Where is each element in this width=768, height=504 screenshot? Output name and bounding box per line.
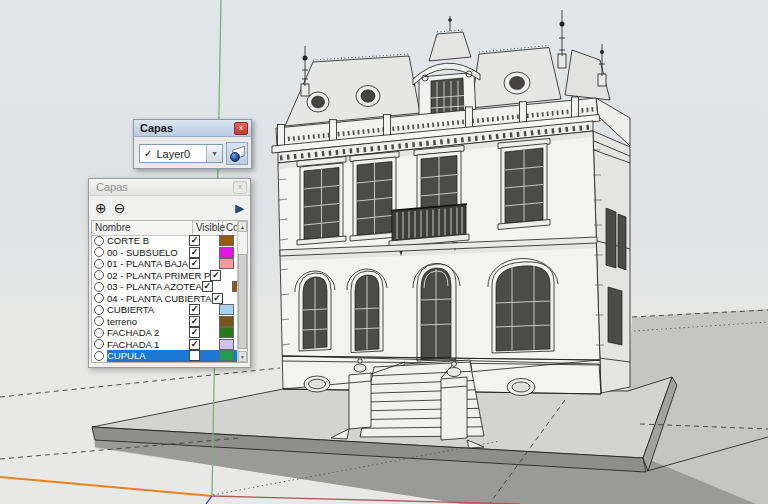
blue-axis bbox=[206, 496, 212, 504]
layer-row[interactable]: FACHADA 2 ✓ bbox=[92, 327, 237, 339]
layer-name: CUBIERTA bbox=[107, 304, 189, 315]
layer-color-swatch[interactable] bbox=[219, 304, 234, 315]
scroll-up-icon[interactable]: ▲ bbox=[238, 221, 247, 232]
layer-name: CUPULA bbox=[107, 350, 189, 361]
layer-color-swatch[interactable] bbox=[219, 316, 234, 327]
close-icon[interactable]: x bbox=[234, 122, 248, 135]
layer-name: FACHADA 2 bbox=[107, 327, 189, 338]
layer-row[interactable]: terreno ✓ bbox=[92, 316, 237, 328]
layer-row[interactable]: 01 - PLANTA BAJA ✓ bbox=[92, 258, 237, 270]
layer-visible-checkbox[interactable]: ✓ bbox=[189, 247, 200, 258]
layer-visible-checkbox[interactable]: ✓ bbox=[212, 293, 223, 304]
layer-color-swatch[interactable] bbox=[219, 235, 234, 246]
current-layer-combobox[interactable]: ✓ Layer0 ▾ bbox=[139, 144, 223, 163]
capas-toolbar-window: Capas x ✓ Layer0 ▾ bbox=[133, 119, 252, 169]
layer-row[interactable]: 03 - PLANTA AZOTEA ✓ bbox=[92, 281, 237, 293]
layer-radio[interactable] bbox=[94, 282, 104, 292]
layer-radio[interactable] bbox=[94, 339, 104, 349]
layer-visible-checkbox[interactable]: ✓ bbox=[210, 270, 221, 281]
layer-name: CORTE B bbox=[107, 235, 189, 246]
layer-color-swatch[interactable] bbox=[219, 350, 234, 361]
layer-radio[interactable] bbox=[94, 259, 104, 269]
layer-manager-button[interactable] bbox=[226, 142, 248, 165]
layer-color-swatch[interactable] bbox=[219, 327, 234, 338]
layer-visible-checkbox[interactable]: ✓ bbox=[189, 235, 200, 246]
layer-row[interactable]: FACHADA 1 ✓ bbox=[92, 339, 237, 351]
capas-toolbar-title: Capas bbox=[140, 122, 173, 134]
sketchup-window: Capas x ✓ Layer0 ▾ Capas x ⊕ ⊖ ▶ bbox=[0, 0, 768, 504]
layer-visible-checkbox[interactable]: ✓ bbox=[189, 327, 200, 338]
layer-radio[interactable] bbox=[94, 247, 104, 257]
close-icon[interactable]: x bbox=[233, 181, 247, 194]
layer-name: terreno bbox=[107, 316, 189, 327]
layer-list: CORTE B ✓ 00 - SUBSUELO ✓ 01 - PLANTA BA… bbox=[92, 235, 237, 362]
orange-axis bbox=[0, 477, 212, 496]
current-layer-value: Layer0 bbox=[156, 148, 206, 160]
layers-dialog-title: Capas bbox=[96, 181, 128, 193]
layer-name: FACHADA 1 bbox=[107, 339, 189, 350]
layer-visible-checkbox[interactable]: ✓ bbox=[189, 339, 200, 350]
layer-radio[interactable] bbox=[94, 236, 104, 246]
scrollbar-thumb[interactable] bbox=[238, 254, 247, 349]
layer-visible-checkbox[interactable] bbox=[189, 350, 200, 361]
layer-color-swatch[interactable] bbox=[219, 258, 234, 269]
details-arrow-button[interactable]: ▶ bbox=[236, 202, 244, 215]
layer-row[interactable]: CUBIERTA ✓ bbox=[92, 304, 237, 316]
layer-orb-icon bbox=[230, 152, 240, 162]
layer-radio[interactable] bbox=[94, 293, 104, 303]
remove-layer-button[interactable]: ⊖ bbox=[114, 201, 126, 215]
layer-radio[interactable] bbox=[94, 351, 104, 361]
layer-name: 00 - SUBSUELO bbox=[107, 247, 189, 258]
layer-row[interactable]: CORTE B ✓ bbox=[92, 235, 237, 247]
add-layer-button[interactable]: ⊕ bbox=[95, 201, 107, 215]
layers-dialog: Capas x ⊕ ⊖ ▶ Nombre Visible Co... CORTE… bbox=[88, 178, 251, 368]
layer-row[interactable]: 04 - PLANTA CUBIERTA ✓ bbox=[92, 293, 237, 305]
check-icon: ✓ bbox=[144, 148, 152, 159]
layer-visible-checkbox[interactable]: ✓ bbox=[189, 304, 200, 315]
layer-name: 02 - PLANTA PRIMER P bbox=[107, 270, 210, 281]
layer-color-swatch[interactable] bbox=[219, 339, 234, 350]
layer-name: 01 - PLANTA BAJA bbox=[107, 258, 189, 269]
scroll-down-icon[interactable]: ▼ bbox=[238, 351, 247, 362]
chevron-down-icon[interactable]: ▾ bbox=[206, 145, 222, 162]
layer-color-swatch[interactable] bbox=[219, 247, 234, 258]
layer-radio[interactable] bbox=[94, 328, 104, 338]
layers-grid: Nombre Visible Co... CORTE B ✓ 00 - SUBS… bbox=[91, 220, 248, 363]
layer-radio[interactable] bbox=[94, 316, 104, 326]
layer-radio[interactable] bbox=[94, 305, 104, 315]
layer-name: 03 - PLANTA AZOTEA bbox=[107, 281, 202, 292]
building-model bbox=[272, 10, 630, 448]
column-header-nombre[interactable]: Nombre bbox=[92, 221, 193, 235]
layer-radio[interactable] bbox=[94, 270, 104, 280]
layer-row[interactable]: 02 - PLANTA PRIMER P ✓ bbox=[92, 270, 237, 282]
layer-visible-checkbox[interactable]: ✓ bbox=[189, 316, 200, 327]
capas-toolbar-titlebar[interactable]: Capas x bbox=[134, 120, 251, 137]
layer-row[interactable]: CUPULA bbox=[92, 350, 237, 362]
layer-visible-checkbox[interactable]: ✓ bbox=[189, 258, 200, 269]
layer-row[interactable]: 00 - SUBSUELO ✓ bbox=[92, 247, 237, 259]
layer-name: 04 - PLANTA CUBIERTA bbox=[107, 293, 212, 304]
layer-visible-checkbox[interactable]: ✓ bbox=[202, 281, 213, 292]
scrollbar[interactable]: ▲ ▼ bbox=[237, 221, 247, 362]
column-header-visible[interactable]: Visible bbox=[193, 221, 223, 235]
layers-dialog-titlebar[interactable]: Capas x bbox=[89, 179, 250, 196]
roof-pavilion bbox=[413, 16, 480, 122]
